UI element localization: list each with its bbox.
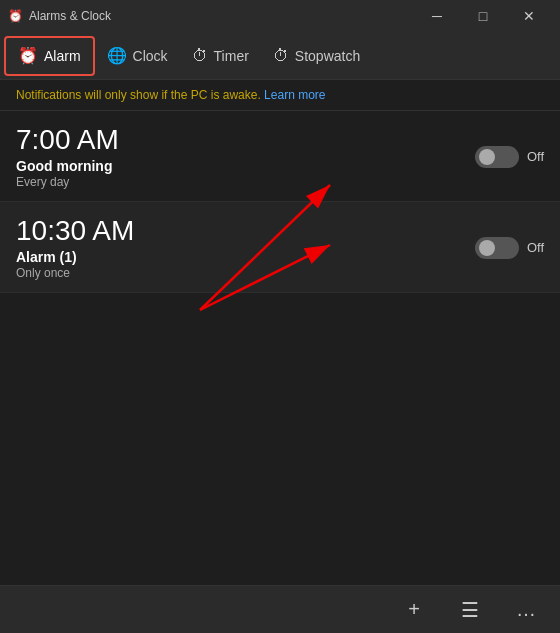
alarm-time-1: 7:00 AM	[16, 125, 119, 156]
toggle-thumb-1	[479, 149, 495, 165]
nav-tabs: ⏰ Alarm 🌐 Clock ⏱ Timer ⏱ Stopwatch	[0, 32, 560, 80]
notification-bar: Notifications will only show if the PC i…	[0, 80, 560, 111]
tab-clock[interactable]: 🌐 Clock	[95, 36, 180, 76]
clock-tab-label: Clock	[133, 48, 168, 64]
alarm-list: 7:00 AM Good morning Every day Off 10:30…	[0, 111, 560, 293]
tab-alarm[interactable]: ⏰ Alarm	[4, 36, 95, 76]
stopwatch-tab-label: Stopwatch	[295, 48, 360, 64]
timer-tab-label: Timer	[214, 48, 249, 64]
tab-timer[interactable]: ⏱ Timer	[180, 36, 261, 76]
clock-tab-icon: 🌐	[107, 46, 127, 65]
alarm-name-1: Good morning	[16, 158, 119, 174]
alarm-name-2: Alarm (1)	[16, 249, 134, 265]
alarm-time-2: 10:30 AM	[16, 216, 134, 247]
alarm-recurrence-2: Only once	[16, 266, 134, 280]
close-button[interactable]: ✕	[506, 0, 552, 32]
alarm-recurrence-1: Every day	[16, 175, 119, 189]
title-bar: ⏰ Alarms & Clock ─ □ ✕	[0, 0, 560, 32]
stopwatch-tab-icon: ⏱	[273, 47, 289, 65]
toggle-label-2: Off	[527, 240, 544, 255]
maximize-button[interactable]: □	[460, 0, 506, 32]
app-icon: ⏰	[8, 9, 23, 23]
content-area: 7:00 AM Good morning Every day Off 10:30…	[0, 111, 560, 616]
alarm-info-2: 10:30 AM Alarm (1) Only once	[16, 216, 134, 280]
alarm-info-1: 7:00 AM Good morning Every day	[16, 125, 119, 189]
toggle-label-1: Off	[527, 149, 544, 164]
list-view-button[interactable]: ☰	[452, 592, 488, 628]
toggle-thumb-2	[479, 240, 495, 256]
title-bar-controls: ─ □ ✕	[414, 0, 552, 32]
alarm-item-2[interactable]: 10:30 AM Alarm (1) Only once Off	[0, 202, 560, 293]
timer-tab-icon: ⏱	[192, 47, 208, 65]
toggle-track-1	[475, 146, 519, 168]
minimize-button[interactable]: ─	[414, 0, 460, 32]
alarm-tab-icon: ⏰	[18, 46, 38, 65]
bottom-toolbar: + ☰ …	[0, 585, 560, 633]
toggle-container-2: Off	[475, 237, 544, 259]
learn-more-link[interactable]: Learn more	[264, 88, 325, 102]
tab-stopwatch[interactable]: ⏱ Stopwatch	[261, 36, 372, 76]
alarm-toggle-2[interactable]	[475, 237, 519, 259]
alarm-item-1[interactable]: 7:00 AM Good morning Every day Off	[0, 111, 560, 202]
add-alarm-button[interactable]: +	[396, 592, 432, 628]
alarm-toggle-1[interactable]	[475, 146, 519, 168]
more-options-button[interactable]: …	[508, 592, 544, 628]
app-title: Alarms & Clock	[29, 9, 111, 23]
toggle-track-2	[475, 237, 519, 259]
notification-text: Notifications will only show if the PC i…	[16, 88, 261, 102]
title-bar-left: ⏰ Alarms & Clock	[8, 9, 111, 23]
toggle-container-1: Off	[475, 146, 544, 168]
alarm-tab-label: Alarm	[44, 48, 81, 64]
